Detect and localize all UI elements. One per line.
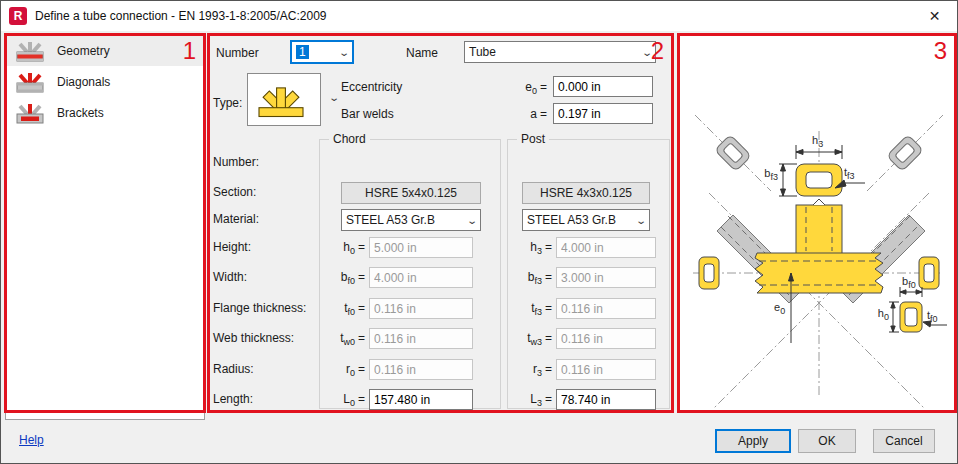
chevron-down-icon: ⌄	[641, 47, 653, 58]
post-flange-thickness-input	[556, 298, 656, 319]
material-row-label: Material:	[213, 212, 259, 226]
sidebar-item-label: Geometry	[57, 44, 110, 58]
sidebar-item-label: Brackets	[57, 106, 104, 120]
diagonals-connection-icon	[15, 71, 45, 93]
name-combobox[interactable]: Tube ⌄	[464, 41, 656, 63]
section-row-label: Section:	[213, 185, 256, 199]
length-row-label: Length:	[213, 392, 253, 406]
connection-preview-panel: h3 bf3 tf3 e0 bf0 h0 tf0	[678, 34, 957, 411]
chevron-down-icon: ⌄	[635, 215, 647, 226]
diagram-h0-label: h0	[865, 307, 889, 322]
bar-welds-label: Bar welds	[341, 107, 394, 121]
eccentricity-input[interactable]	[553, 76, 653, 97]
e0-symbol: e	[525, 80, 532, 94]
chord-radius-input	[369, 359, 473, 380]
diagram-tf3-label: tf3	[844, 166, 855, 181]
sidebar-item-geometry[interactable]: Geometry	[6, 35, 204, 66]
brackets-connection-icon	[15, 102, 45, 124]
geometry-form: Number 1 ⌄ Name Tube ⌄ Type: ⌄ Eccentric…	[207, 34, 673, 411]
window-title: Define a tube connection - EN 1993-1-8:2…	[35, 9, 327, 23]
height-row-label: Height:	[213, 240, 251, 254]
ok-button[interactable]: OK	[798, 429, 856, 453]
apply-button[interactable]: Apply	[715, 429, 791, 453]
name-label: Name	[406, 46, 438, 60]
chevron-down-icon: ⌄	[466, 215, 478, 226]
chord-web-thickness-input	[369, 328, 473, 349]
connection-diagram	[679, 35, 956, 410]
post-web-thickness-input	[556, 328, 656, 349]
type-label: Type:	[213, 96, 242, 110]
diagram-e0-label: e0	[774, 301, 785, 316]
chord-length-input[interactable]	[369, 389, 473, 410]
chevron-down-icon[interactable]: ⌄	[328, 92, 340, 103]
number-combobox[interactable]: 1 ⌄	[291, 41, 353, 63]
chord-material-value: STEEL A53 Gr.B	[346, 213, 435, 227]
sidebar: Geometry Diagonals Brackets	[5, 34, 205, 420]
number-value: 1	[296, 45, 309, 59]
chord-height-input	[369, 237, 473, 258]
post-height-input	[556, 237, 656, 258]
sidebar-item-diagonals[interactable]: Diagonals	[6, 66, 204, 97]
close-icon[interactable]: ✕	[912, 1, 957, 31]
radius-row-label: Radius:	[213, 362, 254, 376]
chord-material-combobox[interactable]: STEEL A53 Gr.B ⌄	[341, 209, 481, 231]
sidebar-item-label: Diagonals	[57, 75, 110, 89]
post-material-combobox[interactable]: STEEL A53 Gr.B ⌄	[522, 209, 650, 231]
robot-app-icon: R	[9, 7, 27, 25]
number-label: Number	[216, 46, 259, 60]
diagram-bf3-label: bf3	[750, 167, 778, 182]
flange-thickness-row-label: Flange thickness:	[213, 301, 306, 315]
number-row-label: Number:	[213, 155, 259, 169]
chord-flange-thickness-input	[369, 298, 473, 319]
chord-section-button[interactable]: HSRE 5x4x0.125	[341, 182, 481, 204]
chord-width-input	[369, 267, 473, 288]
cancel-button[interactable]: Cancel	[873, 429, 935, 453]
diagram-tf0-label: tf0	[927, 309, 938, 324]
chevron-down-icon: ⌄	[338, 47, 350, 58]
chord-group-label: Chord	[329, 132, 370, 146]
post-section-button[interactable]: HSRE 4x3x0.125	[522, 182, 650, 204]
post-length-input[interactable]	[556, 389, 656, 410]
tube-connection-dialog: R Define a tube connection - EN 1993-1-8…	[0, 0, 958, 464]
type-dropdown[interactable]: ⌄	[247, 73, 321, 126]
post-group-label: Post	[517, 132, 549, 146]
width-row-label: Width:	[213, 270, 247, 284]
post-radius-input	[556, 359, 656, 380]
post-material-value: STEEL A53 Gr.B	[527, 213, 616, 227]
help-link[interactable]: Help	[19, 433, 44, 447]
sidebar-item-brackets[interactable]: Brackets	[6, 97, 204, 128]
connection-type-icon	[253, 78, 309, 122]
eccentricity-label: Eccentricity	[341, 80, 402, 94]
web-thickness-row-label: Web thickness:	[213, 331, 294, 345]
title-bar: R Define a tube connection - EN 1993-1-8…	[1, 1, 957, 31]
name-value: Tube	[469, 45, 496, 59]
diagram-h3-label: h3	[812, 134, 823, 149]
diagram-bf0-label: bf0	[902, 275, 916, 290]
a-symbol: a	[530, 107, 537, 121]
geometry-connection-icon	[15, 40, 45, 62]
bar-welds-input[interactable]	[553, 103, 653, 124]
post-width-input	[556, 267, 656, 288]
